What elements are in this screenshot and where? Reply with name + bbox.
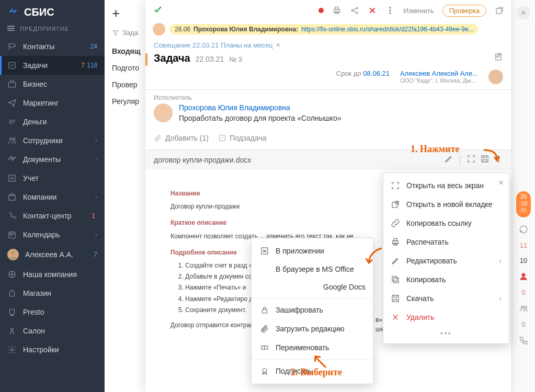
sidebar-icon bbox=[7, 270, 17, 279]
expand-icon bbox=[391, 181, 400, 190]
doc-edit-icon[interactable] bbox=[444, 154, 453, 166]
msg-link[interactable]: https://fix-online.sbis.ru/shared/disk/d… bbox=[301, 26, 474, 33]
sidebar-item-8[interactable]: Компании› bbox=[0, 188, 105, 206]
subtask-add[interactable]: Подзадача bbox=[218, 134, 267, 142]
popout-icon[interactable] bbox=[495, 6, 504, 15]
sidebar-item-1[interactable]: Задачи7118 bbox=[0, 56, 105, 75]
sidebar-item-11[interactable]: Алексеев А.А.7 bbox=[0, 244, 105, 265]
task-title: Задача bbox=[154, 52, 190, 64]
sidebar-item-4[interactable]: Деньги bbox=[0, 112, 105, 131]
svg-rect-9 bbox=[334, 9, 340, 13]
org-label[interactable]: ПРЕДПРИЯТИЕ bbox=[0, 22, 105, 37]
annotation-2: 2. Выберите bbox=[291, 367, 342, 378]
task-title-row: Задача 22.03.21 № 3 bbox=[145, 52, 511, 67]
svg-rect-1 bbox=[8, 82, 16, 87]
submenu-item[interactable]: Переименовать bbox=[252, 338, 373, 357]
menu-item[interactable]: Удалить bbox=[383, 308, 509, 327]
menu-item[interactable]: Скачать› bbox=[383, 289, 509, 308]
crumb-close-icon[interactable]: × bbox=[276, 41, 280, 49]
submenu-item[interactable]: Загрузить редакцию bbox=[252, 319, 373, 338]
sidebar-item-6[interactable]: Документы› bbox=[0, 150, 105, 169]
person-icon[interactable] bbox=[519, 272, 528, 281]
lock-icon bbox=[260, 305, 269, 315]
sidebar-item-9[interactable]: Контакт-центр1 bbox=[0, 206, 105, 225]
menu-more[interactable]: ••• bbox=[383, 327, 509, 340]
menu-item[interactable]: Открыть в новой вкладке bbox=[383, 195, 509, 214]
sidebar-item-5[interactable]: Сотрудники› bbox=[0, 131, 105, 150]
sidebar-item-15[interactable]: Салон bbox=[0, 321, 105, 340]
sidebar-item-10[interactable]: 9Календарь› bbox=[0, 225, 105, 244]
copy-icon bbox=[391, 275, 400, 284]
check-button[interactable]: Проверка bbox=[442, 5, 486, 17]
right-rail: × 25:10 11 10 0 0 bbox=[511, 0, 535, 392]
sidebar-item-3[interactable]: Маркетинг bbox=[0, 94, 105, 112]
sidebar-item-14[interactable]: Presto bbox=[0, 303, 105, 321]
arrow-2 bbox=[363, 246, 384, 267]
submenu-item[interactable]: В приложении bbox=[252, 241, 373, 260]
menu-item[interactable]: Копировать ссылку bbox=[383, 214, 509, 233]
svg-rect-10 bbox=[335, 7, 338, 9]
sidebar-icon bbox=[7, 61, 17, 70]
record-icon[interactable] bbox=[318, 8, 324, 13]
rename-icon bbox=[260, 343, 269, 352]
menu-item[interactable]: Редактировать› bbox=[383, 251, 509, 270]
author[interactable]: Алексеев Алексей Але... ООО "Кадр", г. М… bbox=[400, 70, 478, 84]
svg-rect-26 bbox=[393, 241, 399, 244]
newtab-icon bbox=[391, 200, 400, 209]
rail-badge[interactable]: 25:10 bbox=[516, 191, 531, 217]
sidebar: СБИС ПРЕДПРИЯТИЕ Контакты24Задачи7118Биз… bbox=[0, 0, 105, 392]
reject-icon[interactable] bbox=[368, 6, 377, 15]
share-icon[interactable] bbox=[350, 6, 359, 15]
close-pane-icon[interactable]: × bbox=[517, 6, 530, 20]
svg-rect-27 bbox=[394, 238, 397, 241]
pinned-message[interactable]: 28.06 Прохорова Юлия Владимировна: https… bbox=[145, 21, 511, 38]
edit-title-icon[interactable] bbox=[494, 52, 503, 62]
submenu-item[interactable]: Google Docs bbox=[252, 278, 373, 296]
sidebar-item-16[interactable]: Настройки bbox=[0, 340, 105, 359]
sidebar-item-13[interactable]: Магазин bbox=[0, 284, 105, 303]
print-icon bbox=[391, 237, 400, 247]
add-button[interactable]: + bbox=[112, 5, 120, 21]
submenu-item[interactable]: Зашифровать bbox=[252, 301, 373, 319]
document-filename: договор купли-продажи.docx bbox=[154, 156, 440, 164]
more-icon[interactable] bbox=[385, 6, 395, 15]
menu-close-icon[interactable]: × bbox=[499, 178, 504, 188]
submenu-item[interactable]: В браузере в MS Office bbox=[252, 260, 373, 278]
sidebar-icon bbox=[7, 326, 17, 336]
menu-item[interactable]: Распечатать bbox=[383, 233, 509, 251]
clip-icon bbox=[260, 324, 269, 333]
menu-item[interactable]: Открыть на весь экран bbox=[383, 176, 509, 195]
sidebar-icon bbox=[7, 42, 17, 51]
sidebar-icon bbox=[7, 174, 17, 183]
sidebar-item-0[interactable]: Контакты24 bbox=[0, 37, 105, 56]
svg-rect-31 bbox=[392, 295, 399, 302]
chevron-right-icon: › bbox=[95, 231, 97, 238]
sidebar-icon bbox=[7, 211, 17, 221]
attach-add[interactable]: Добавить (1) bbox=[154, 134, 209, 142]
author-avatar bbox=[488, 70, 503, 84]
subtask-icon bbox=[218, 134, 226, 142]
chat-icon[interactable] bbox=[519, 225, 528, 234]
link-icon bbox=[391, 218, 400, 228]
print-icon[interactable] bbox=[332, 6, 342, 15]
executor-avatar bbox=[154, 103, 173, 122]
sidebar-icon bbox=[7, 307, 17, 317]
sidebar-item-12[interactable]: Наша компания bbox=[0, 265, 105, 284]
group-icon[interactable] bbox=[519, 304, 528, 313]
del-icon bbox=[391, 313, 400, 322]
svg-point-37 bbox=[524, 208, 526, 210]
sidebar-icon bbox=[7, 155, 17, 164]
phone-icon[interactable] bbox=[519, 336, 528, 345]
breadcrumb[interactable]: Совещание 22.03.21 Планы на месяц× bbox=[145, 38, 511, 52]
menu-item[interactable]: Копировать bbox=[383, 270, 509, 289]
doc-expand-icon[interactable] bbox=[466, 154, 476, 166]
sidebar-item-2[interactable]: Бизнес bbox=[0, 75, 105, 94]
task-toolbar: Изменить Проверка bbox=[145, 0, 511, 21]
sidebar-item-7[interactable]: Учет bbox=[0, 169, 105, 188]
change-link[interactable]: Изменить bbox=[403, 7, 434, 15]
svg-rect-18 bbox=[496, 8, 502, 14]
confirm-icon[interactable] bbox=[153, 4, 163, 17]
rail-count-3: 0 bbox=[521, 289, 525, 296]
people-icon bbox=[519, 207, 528, 213]
executor-name[interactable]: Прохорова Юлия Владимировна bbox=[179, 103, 342, 112]
